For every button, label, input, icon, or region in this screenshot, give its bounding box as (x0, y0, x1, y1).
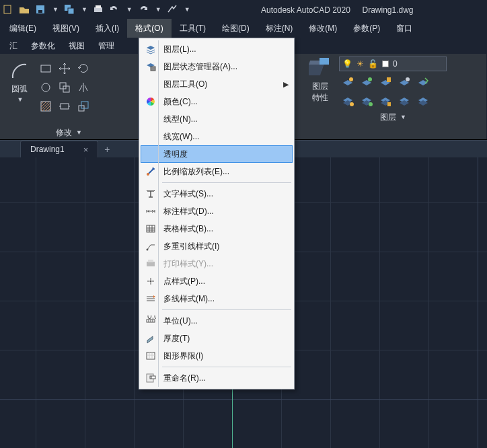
menu-item[interactable]: 透明度 (141, 145, 293, 163)
menu-item-label: 图层工具(O) (163, 79, 276, 90)
menu-item[interactable]: 厚度(T) (141, 330, 293, 347)
svg-point-21 (406, 77, 410, 81)
ribbon-tab[interactable]: 视图 (62, 38, 91, 54)
document-tab[interactable]: Drawing1 × (20, 141, 98, 157)
menu-item[interactable]: 比例缩放列表(E)... (141, 163, 293, 180)
blank-icon (145, 113, 157, 125)
layer-tool-icon[interactable] (339, 74, 357, 91)
qat-redo-icon[interactable] (138, 4, 149, 15)
blank-icon (145, 78, 157, 90)
new-tab-button[interactable]: + (98, 141, 116, 157)
rotate-icon[interactable] (75, 61, 91, 77)
qat-dropdown-icon[interactable]: ▼ (184, 6, 190, 13)
svg-point-8 (42, 83, 50, 91)
qat-open-icon[interactable] (19, 4, 30, 15)
rect-icon[interactable] (38, 61, 54, 77)
menu-item-label: 标注样式(D)... (163, 206, 289, 217)
menu-modify[interactable]: 修改(M) (301, 19, 345, 38)
menu-format[interactable]: 格式(O) (127, 19, 171, 38)
qat-dropdown-icon[interactable]: ▼ (126, 6, 133, 13)
svg-rect-6 (96, 5, 101, 8)
ribbon-tab[interactable]: 参数化 (24, 38, 62, 54)
menu-item[interactable]: 多重引线样式(I) (141, 237, 293, 255)
chevron-right-icon: ▶ (283, 80, 289, 89)
circle-icon[interactable] (38, 79, 54, 96)
menu-item[interactable]: 重命名(R)... (141, 369, 293, 387)
quick-access-toolbar: ▼ ▼ ▼ ▼ ▼ (3, 4, 190, 15)
stretch-icon[interactable] (57, 98, 73, 114)
mline-icon (145, 293, 157, 305)
menu-view[interactable]: 视图(V) (44, 19, 87, 38)
menu-draw[interactable]: 绘图(D) (214, 19, 258, 38)
svg-rect-4 (68, 8, 74, 14)
move-icon[interactable] (57, 61, 73, 77)
layer-name: 0 (393, 59, 398, 69)
menu-item-label: 多线样式(M)... (163, 293, 289, 305)
menu-item[interactable]: 线宽(W)... (141, 128, 293, 145)
qat-print-icon[interactable] (93, 4, 104, 15)
ribbon-tab[interactable]: 管理 (91, 38, 121, 54)
svg-rect-17 (320, 58, 329, 65)
layer-tool-icon[interactable] (358, 93, 375, 110)
layer-tool-icon[interactable] (396, 74, 413, 91)
sun-icon: ☀ (357, 59, 364, 69)
menu-window[interactable]: 窗口 (388, 19, 420, 38)
layer-tool-icon[interactable] (358, 74, 375, 91)
menu-item[interactable]: 图形界限(I) (141, 347, 293, 365)
arc-button[interactable]: 圆弧 ▼ (5, 61, 34, 103)
layer-tool-icon[interactable] (396, 93, 413, 110)
qat-dropdown-icon[interactable]: ▼ (155, 6, 161, 13)
qat-saveas-icon[interactable] (64, 4, 75, 15)
menu-item[interactable]: 标注样式(D)... (141, 202, 293, 220)
hatch-icon[interactable] (38, 98, 54, 114)
menu-insert[interactable]: 插入(I) (87, 19, 127, 38)
menu-tools[interactable]: 工具(T) (172, 19, 214, 38)
menu-item[interactable]: 颜色(C)... (141, 93, 293, 110)
scale-icon[interactable] (75, 98, 91, 114)
blank-icon (145, 148, 157, 160)
menu-item[interactable]: 点样式(P)... (141, 272, 293, 290)
point-icon (145, 275, 157, 287)
menu-item[interactable]: 线型(N)... (141, 110, 293, 128)
qat-plotter-icon[interactable] (167, 4, 178, 15)
bulb-icon: 💡 (342, 59, 352, 69)
menu-item-label: 单位(U)... (163, 315, 289, 327)
menu-item[interactable]: 表格样式(B)... (141, 220, 293, 237)
layer-combo[interactable]: 💡 ☀ 🔓 0 (339, 57, 447, 71)
layer-tool-icon[interactable] (414, 74, 432, 91)
mirror-icon[interactable] (75, 79, 91, 96)
chevron-down-icon: ▼ (76, 129, 82, 136)
qat-new-icon[interactable] (3, 4, 13, 15)
lock-icon: 🔓 (368, 59, 378, 69)
layer-tool-icon[interactable] (339, 93, 357, 110)
menu-item[interactable]: 多线样式(M)... (141, 290, 293, 307)
menu-item[interactable]: 图层工具(O)▶ (141, 75, 293, 93)
layer-tool-icon[interactable] (414, 93, 432, 110)
layer-tool-icon[interactable] (377, 74, 394, 91)
menu-parametric[interactable]: 参数(P) (345, 19, 388, 38)
layer-properties-button[interactable]: 图层 特性 (305, 57, 335, 104)
menu-item[interactable]: 0.0单位(U)... (141, 312, 293, 330)
arc-label: 圆弧 (11, 83, 28, 95)
qat-undo-icon[interactable] (109, 4, 120, 15)
menu-item-label: 线宽(W)... (163, 131, 289, 143)
panel-title[interactable]: 图层▼ (305, 110, 481, 124)
menu-gutter (158, 40, 159, 387)
svg-point-22 (350, 102, 354, 106)
qat-save-icon[interactable] (35, 4, 46, 15)
menu-item[interactable]: 图层(L)... (141, 40, 293, 58)
qat-dropdown-icon[interactable]: ▼ (81, 6, 87, 13)
menu-separator (162, 367, 291, 367)
layer-tool-icon[interactable] (377, 93, 394, 110)
svg-rect-14 (81, 102, 88, 108)
menu-item[interactable]: 文字样式(S)... (141, 185, 293, 202)
close-icon[interactable]: × (83, 145, 89, 155)
copy-icon[interactable] (57, 79, 73, 96)
svg-point-18 (349, 77, 353, 81)
qat-dropdown-icon[interactable]: ▼ (52, 6, 59, 13)
menu-item[interactable]: 图层状态管理器(A)... (141, 58, 293, 75)
panel-title[interactable]: 修改▼ (5, 126, 133, 139)
menu-edit[interactable]: 编辑(E) (1, 19, 44, 38)
menu-dimension[interactable]: 标注(N) (258, 19, 301, 38)
ribbon-tab[interactable]: 汇 (3, 38, 24, 54)
